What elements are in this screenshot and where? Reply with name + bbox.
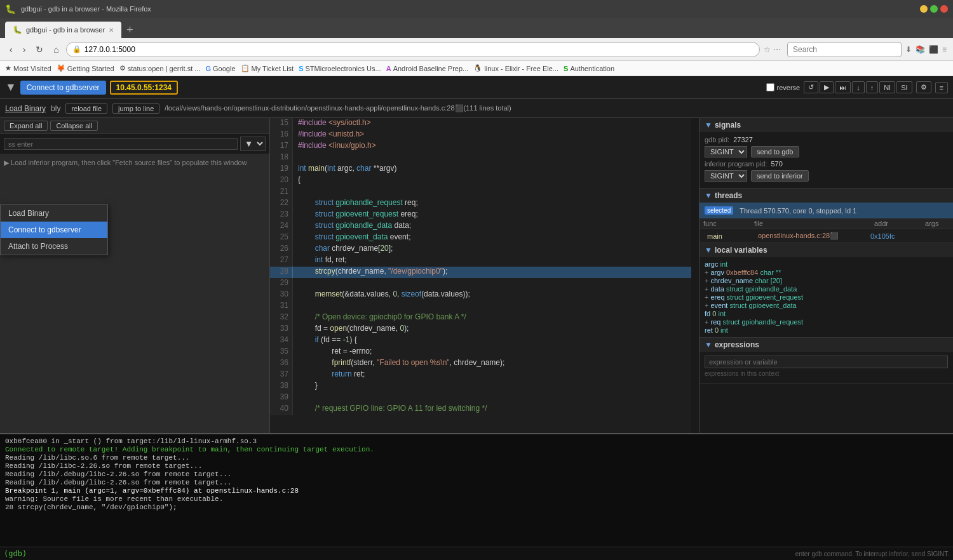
close-button[interactable] (940, 5, 948, 13)
bookmarks-icon[interactable]: 📚 (916, 45, 925, 54)
var-row-argv[interactable]: + argv 0xbefffc84 char ** (705, 269, 948, 276)
browser-tabbar: 🐛 gdbgui - gdb in a browser ✕ + (0, 18, 953, 38)
sidebar-toggle-icon[interactable]: ⬛ (929, 45, 938, 54)
bookmark-google[interactable]: G Google (205, 65, 235, 72)
address-dropdown[interactable]: ▼ (240, 137, 266, 151)
connect-to-gdbserver-button[interactable]: Connect to gdbserver (20, 81, 106, 95)
bookmark-stm[interactable]: S STMicroelectronics Us... (299, 65, 381, 72)
menu-icon[interactable]: ≡ (942, 45, 947, 54)
bookmark-gerrit[interactable]: ⚙ status:open | gerrit.st ... (119, 64, 201, 72)
bookmark-star-icon[interactable]: ☆ (764, 45, 771, 54)
tab-close-icon[interactable]: ✕ (109, 27, 114, 34)
code-right-scrollbar[interactable] (691, 118, 699, 433)
local-vars-label: local variables (715, 246, 767, 255)
hamburger-menu-button[interactable]: ▼ (5, 81, 17, 94)
source-tree-toolbar: Expand all Collapse all (0, 118, 269, 134)
code-line-26: 26 char chrdev_name[20]; (270, 244, 691, 255)
forward-button[interactable]: › (20, 43, 29, 56)
code-line-18: 18 (270, 152, 691, 164)
restart-button[interactable]: ↺ (804, 81, 818, 93)
gdb-command-input[interactable] (30, 549, 792, 558)
step-into-button[interactable]: ↑ (866, 81, 879, 93)
expand-all-button[interactable]: Expand all (4, 121, 48, 131)
reverse-checkbox[interactable] (766, 83, 774, 91)
bookmarks-bar: ★ Most Visited 🦊 Getting Started ⚙ statu… (0, 61, 953, 76)
local-vars-section: ▼ local variables argc int + argv 0xbeff… (700, 243, 953, 338)
bookmark-most-visited[interactable]: ★ Most Visited (5, 64, 51, 72)
gear-bookmark-icon: ⚙ (119, 64, 126, 72)
dropdown-item-attach[interactable]: Attach to Process (1, 238, 107, 255)
code-line-40: 40 /* request GPIO line: GPIO A 11 for l… (270, 404, 691, 415)
si-button[interactable]: SI (896, 81, 912, 93)
menu-extra-button[interactable]: ≡ (935, 82, 948, 93)
gdb-toolbar: ▼ Connect to gdbserver 10.45.0.55:1234 r… (0, 76, 953, 99)
send-to-inferior-button[interactable]: send to inferior (751, 170, 809, 182)
browser-title: gdbgui - gdb in a browser - Mozilla Fire… (21, 5, 915, 13)
bookmark-android[interactable]: A Android Baseline Prep... (386, 65, 469, 72)
thread-selected-row[interactable]: selected Thread 570.570, core 0, stopped… (700, 203, 953, 218)
jump-to-line-button[interactable]: jump to line (112, 103, 159, 114)
more-icon[interactable]: ⋯ (773, 45, 781, 54)
var-row-data[interactable]: + data struct gpiohandle_data (705, 285, 948, 293)
code-line-28: 28 strcpy(chrdev_name, "/dev/gpiochip0")… (270, 267, 691, 278)
code-line-17: 17 #include <linux/gpio.h> (270, 141, 691, 152)
sigint-select-gdb[interactable]: SIGINT (705, 146, 747, 157)
term-line-0: 0xb6fcea80 in _start () from target:/lib… (5, 437, 948, 445)
browser-tab[interactable]: 🐛 gdbgui - gdb in a browser ✕ (5, 22, 121, 38)
signals-header: ▼ signals (700, 118, 953, 132)
settings-button[interactable]: ⚙ (916, 81, 931, 93)
home-button[interactable]: ⌂ (50, 43, 62, 56)
step-over-button[interactable]: ↓ (852, 81, 865, 93)
source-tree-hint: Load inferior program, then click "Fetch… (0, 154, 269, 172)
thread-info-text: Thread 570.570, core 0, stopped, Id 1 (737, 206, 859, 216)
bookmark-label: My Ticket List (252, 65, 294, 72)
send-to-gdb-button[interactable]: send to gdb (751, 146, 799, 157)
download-icon[interactable]: ⬇ (905, 45, 912, 54)
threads-label: threads (715, 191, 742, 200)
url-input[interactable] (66, 42, 760, 57)
code-line-32: 32 /* Open device: gpiochip0 for GPIO ba… (270, 312, 691, 324)
bookmark-label: status:open | gerrit.st ... (128, 65, 201, 72)
code-lines-container[interactable]: 15 #include <sys/ioctl.h> 16 #include <u… (270, 118, 691, 433)
thread-addr-val[interactable]: 0x105fc (867, 231, 917, 241)
reload-nav-button[interactable]: ↻ (32, 43, 46, 56)
bookmark-auth[interactable]: S Authentication (564, 65, 614, 72)
signals-section: ▼ signals gdb pid: 27327 SIGINT send to … (700, 118, 953, 189)
new-tab-button[interactable]: + (121, 22, 139, 38)
gdb-pid-label: gdb pid: (705, 136, 729, 143)
thread-row-0[interactable]: main openstlinux-hands.c:28⬛ 0x105fc (700, 229, 953, 243)
maximize-button[interactable] (930, 5, 938, 13)
threads-arrow: ▼ (705, 191, 712, 200)
var-row-event[interactable]: + event struct gpioevent_data (705, 302, 948, 309)
col-args: args (921, 218, 953, 229)
load-binary-button[interactable]: Load Binary (5, 104, 46, 113)
code-line-25: 25 struct gpioevent_data event; (270, 232, 691, 244)
expression-input[interactable] (705, 356, 948, 368)
address-input[interactable] (4, 138, 238, 150)
code-line-29: 29 (270, 278, 691, 290)
next-breakpoint-button[interactable]: ⏭ (835, 81, 851, 93)
ni-button[interactable]: NI (879, 81, 895, 93)
bookmark-getting-started[interactable]: 🦊 Getting Started (57, 64, 114, 72)
reload-file-button[interactable]: reload file (65, 103, 107, 114)
bookmark-ticket[interactable]: 📋 My Ticket List (241, 64, 294, 72)
expressions-content: expressions in this context (700, 352, 953, 383)
dropdown-item-load[interactable]: Load Binary (1, 205, 107, 222)
var-row-ereq[interactable]: + ereq struct gpioevent_request (705, 293, 948, 301)
sigint-select-inferior[interactable]: SIGINT (705, 170, 747, 182)
minimize-button[interactable] (920, 5, 928, 13)
collapse-all-button[interactable]: Collapse all (50, 121, 98, 131)
var-row-chrdev[interactable]: + chrdev_name char [20] (705, 277, 948, 284)
gdb-secondbar: Load Binary bly reload file jump to line… (0, 99, 953, 118)
term-line-3: Reading /lib/libc-2.26.so from remote ta… (5, 462, 948, 470)
var-row-req[interactable]: + req struct gpiohandle_request (705, 318, 948, 326)
col-func: func (700, 218, 750, 229)
bookmark-label: Authentication (570, 65, 614, 72)
dropdown-item-connect[interactable]: Connect to gdbserver (1, 222, 107, 238)
fox-icon: 🦊 (57, 64, 65, 72)
play-button[interactable]: ▶ (820, 81, 834, 93)
code-line-35: 35 ret = -errno; (270, 347, 691, 358)
bookmark-elixir[interactable]: 🐧 linux - Elixir - Free Ele... (473, 64, 558, 72)
back-button[interactable]: ‹ (6, 43, 16, 56)
search-input[interactable] (787, 42, 902, 57)
